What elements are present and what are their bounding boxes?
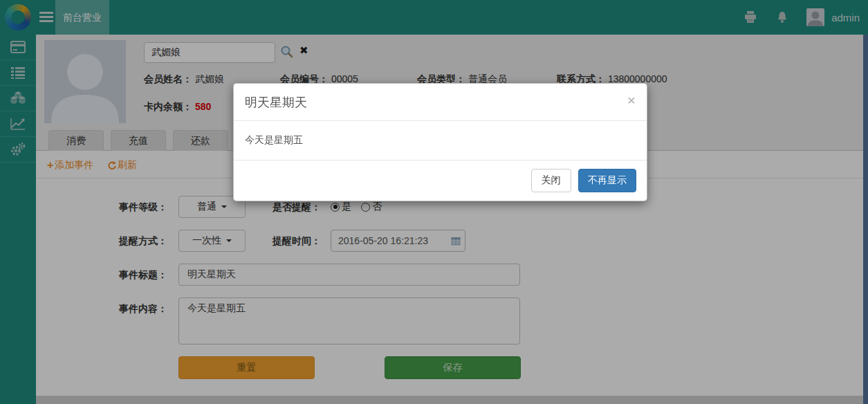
modal-body-text: 今天是星期五 [234, 121, 647, 160]
modal-header: × 明天星期天 [234, 84, 647, 121]
close-icon[interactable]: × [627, 94, 636, 107]
dont-show-again-button[interactable]: 不再显示 [578, 169, 636, 192]
modal-title: 明天星期天 [245, 94, 307, 111]
modal-backdrop [0, 0, 868, 404]
modal-footer: 关闭 不再显示 [234, 160, 647, 201]
modal-close-button[interactable]: 关闭 [531, 169, 571, 192]
reminder-modal: × 明天星期天 今天是星期五 关闭 不再显示 [233, 83, 647, 201]
